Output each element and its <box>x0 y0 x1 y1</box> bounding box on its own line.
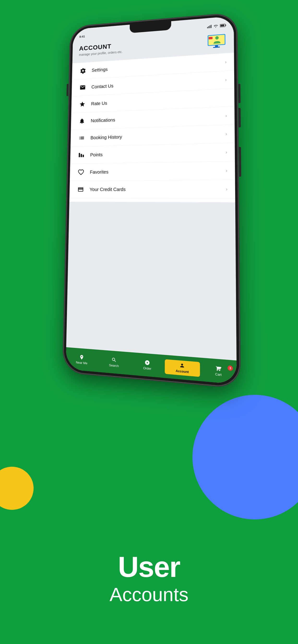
menu-item-address-book[interactable]: Your Address Book › <box>69 198 235 202</box>
cart-icon <box>215 365 221 372</box>
volume-down-button <box>238 108 241 127</box>
search-icon <box>111 357 117 363</box>
pin-icon <box>79 354 84 360</box>
bell-icon <box>77 116 86 126</box>
svg-rect-10 <box>209 37 212 40</box>
points-chevron: › <box>226 150 227 155</box>
phone-device: 9:41 <box>63 14 235 374</box>
bottom-text: User Accounts <box>109 552 188 606</box>
svg-rect-11 <box>215 45 218 47</box>
settings-icon <box>78 66 87 76</box>
status-icons <box>207 24 226 28</box>
bottom-main-title: User <box>109 552 188 581</box>
tab-near-me-label: Near Me <box>76 360 87 365</box>
phone-frame: 9:41 <box>63 13 240 388</box>
menu-item-favorites[interactable]: Favorites › <box>70 161 235 181</box>
bottom-sub-title: Accounts <box>109 584 188 606</box>
notifications-label: Notifications <box>91 113 225 124</box>
tab-account[interactable]: Account <box>165 359 200 377</box>
svg-rect-2 <box>209 26 210 28</box>
heart-icon <box>77 168 86 177</box>
booking-history-chevron: › <box>226 131 227 136</box>
svg-rect-3 <box>211 25 211 28</box>
points-label: Points <box>90 149 226 158</box>
card-icon <box>76 185 85 194</box>
svg-rect-5 <box>225 24 226 26</box>
gray-spacer <box>66 202 237 360</box>
pizza-icon <box>145 360 150 366</box>
bg-circle-blue <box>192 395 298 520</box>
favorites-label: Favorites <box>90 168 226 175</box>
svg-rect-14 <box>81 154 82 157</box>
person-icon <box>180 362 185 368</box>
tab-order-label: Order <box>143 366 152 371</box>
contact-us-label: Contact Us <box>91 77 225 90</box>
settings-label: Settings <box>92 59 225 73</box>
favorites-chevron: › <box>226 168 227 173</box>
mute-button <box>66 84 68 96</box>
cart-badge: 3 <box>227 365 233 371</box>
wifi-icon <box>214 24 218 28</box>
volume-up-button <box>238 84 240 103</box>
menu-item-credit-cards[interactable]: Your Credit Cards › <box>69 180 235 198</box>
svg-rect-1 <box>208 26 209 28</box>
tab-near-me[interactable]: Near Me <box>66 353 98 366</box>
svg-rect-8 <box>208 35 225 45</box>
tab-search-label: Search <box>109 363 119 368</box>
tab-cart-label: Cart <box>215 372 222 376</box>
tab-cart[interactable]: 3 Cart <box>200 364 237 378</box>
power-button <box>239 147 241 176</box>
signal-icon <box>207 25 211 28</box>
envelope-icon <box>78 83 87 92</box>
tab-account-label: Account <box>176 369 189 374</box>
list-icon <box>77 133 86 142</box>
bars-icon <box>77 150 86 160</box>
time-display: 9:41 <box>79 35 85 38</box>
phone-screen: 9:41 <box>66 16 237 384</box>
booking-history-label: Booking History <box>90 131 226 140</box>
account-header-icon <box>207 33 226 49</box>
menu-list: Settings › Contact Us › <box>69 53 235 202</box>
credit-cards-label: Your Credit Cards <box>89 186 226 192</box>
rate-us-label: Rate Us <box>91 95 227 106</box>
tab-order[interactable]: Order <box>130 358 164 372</box>
svg-rect-6 <box>220 24 224 26</box>
settings-chevron: › <box>225 60 226 64</box>
svg-rect-13 <box>79 153 80 157</box>
header-text: ACCOUNT manage your profile, orders etc. <box>79 42 123 56</box>
svg-rect-0 <box>207 27 208 28</box>
contact-us-chevron: › <box>225 77 226 82</box>
svg-rect-15 <box>83 155 84 157</box>
menu-item-points[interactable]: Points › <box>70 143 235 164</box>
tab-search[interactable]: Search <box>98 356 130 369</box>
notifications-chevron: › <box>225 113 227 118</box>
star-icon <box>78 100 87 109</box>
battery-icon <box>220 24 226 27</box>
credit-cards-chevron: › <box>226 186 227 192</box>
bg-circle-yellow <box>0 467 34 510</box>
